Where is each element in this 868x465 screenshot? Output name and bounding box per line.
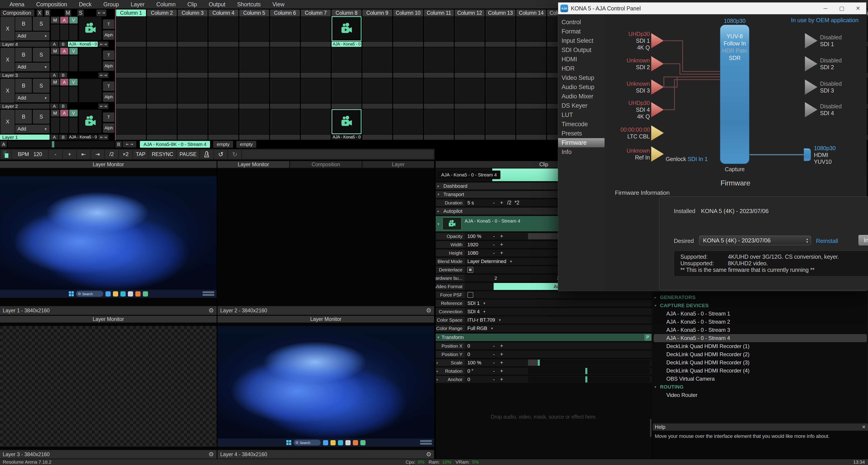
layer-video-toggle[interactable]: V bbox=[69, 79, 78, 86]
source-item[interactable]: AJA - Kona5 - 0 - Stream 2 bbox=[654, 318, 867, 326]
increment-button[interactable]: + bbox=[498, 376, 505, 383]
clip-slot[interactable] bbox=[516, 78, 546, 103]
monitor-tab[interactable]: Layer Monitor bbox=[0, 161, 217, 168]
layer-video-toggle[interactable]: V bbox=[69, 110, 78, 117]
layer-transition-button[interactable]: T bbox=[103, 81, 114, 91]
clip-slot-label[interactable] bbox=[516, 73, 546, 78]
decrement-button[interactable]: - bbox=[490, 360, 498, 366]
source-item[interactable]: Video Router bbox=[654, 391, 867, 399]
layer-clip-name[interactable]: AJA - Kona5 - 0 - St... bbox=[68, 135, 98, 140]
next-clip-icon[interactable]: ⇥ bbox=[104, 73, 106, 77]
layer-blend-dropdown[interactable]: Add▼ bbox=[15, 94, 50, 102]
clip-slot-label[interactable] bbox=[362, 42, 392, 47]
layer-active-clip-thumbnail[interactable] bbox=[79, 110, 102, 133]
clip-slot[interactable] bbox=[455, 47, 485, 72]
clip-slot[interactable] bbox=[116, 78, 146, 103]
sdi1-input-arrow-icon[interactable] bbox=[651, 33, 664, 48]
clip-slot[interactable] bbox=[209, 47, 238, 72]
aja-menu-lut[interactable]: LUT bbox=[558, 110, 604, 120]
clip-slot-label[interactable] bbox=[455, 135, 485, 140]
menu-item-view[interactable]: View bbox=[267, 0, 290, 9]
clip-slot-label[interactable]: AJA - Kona5 - 0 - St... bbox=[332, 42, 362, 47]
composition-solo-button[interactable]: S bbox=[78, 9, 84, 16]
clip-slot-label[interactable] bbox=[116, 42, 146, 47]
aja-menu-firmware[interactable]: Firmware bbox=[558, 138, 604, 147]
transform-slider[interactable] bbox=[528, 368, 650, 374]
layer-deck-a-button[interactable]: A bbox=[50, 73, 58, 78]
layer-blend-dropdown[interactable]: Add▼ bbox=[15, 125, 50, 133]
source-item[interactable]: AJA - Kona5 - 0 - Stream 3 bbox=[654, 326, 867, 334]
clip-slot[interactable] bbox=[393, 16, 423, 41]
gear-icon[interactable]: ⚙ bbox=[426, 307, 431, 314]
install-button[interactable]: Install... bbox=[858, 235, 868, 245]
source-item[interactable]: OBS Virtual Camera bbox=[654, 375, 867, 383]
clip-slot-label[interactable] bbox=[486, 42, 515, 47]
layer-deck-b-button[interactable]: B bbox=[59, 104, 67, 109]
layer-transition-button[interactable]: T bbox=[103, 51, 114, 60]
transport-button-tap[interactable]: TAP bbox=[133, 150, 148, 159]
clip-slot-label[interactable] bbox=[116, 135, 146, 140]
bpm-value[interactable]: 120 bbox=[33, 151, 42, 157]
source-item[interactable]: DeckLink Quad HDMI Recorder (3) bbox=[654, 359, 867, 367]
clip-name-chip[interactable]: AJA - Kona5 - 0 - Stream 4 bbox=[437, 170, 500, 179]
clip-slot-label[interactable] bbox=[270, 42, 300, 47]
menu-item-output[interactable]: Output bbox=[203, 0, 231, 9]
column-header[interactable]: Column 14 bbox=[516, 9, 546, 16]
property-dropdown[interactable]: Layer Determined▼ bbox=[465, 259, 513, 264]
aja-control-panel-window[interactable]: AJA KONA 5 - AJA Control Panel ─ ▢ ✕ Con… bbox=[558, 2, 866, 291]
layer-alpha-button[interactable]: Alph bbox=[103, 61, 114, 71]
menu-item-arena[interactable]: Arena bbox=[4, 0, 30, 9]
layer-name[interactable]: Layer 4 bbox=[0, 42, 50, 47]
sdi3-output-arrow-icon[interactable] bbox=[805, 79, 817, 95]
clip-slot[interactable] bbox=[270, 109, 300, 134]
transport-button-[interactable]: - bbox=[49, 150, 62, 159]
property-value[interactable]: 100 % bbox=[465, 233, 490, 239]
select-spinner-icon[interactable]: ▲▼ bbox=[806, 238, 808, 243]
property-dropdown[interactable]: SDI 1▼ bbox=[465, 300, 486, 306]
clip-slot[interactable] bbox=[301, 78, 331, 103]
layer-deck-a-button[interactable]: A bbox=[50, 42, 58, 47]
property-dropdown[interactable]: ITU-r BT.709▼ bbox=[465, 317, 501, 323]
transform-value[interactable]: 0 bbox=[465, 352, 490, 357]
transport-button-[interactable]: ⇥ bbox=[91, 150, 104, 159]
aja-menu-ds-keyer[interactable]: DS Keyer bbox=[558, 101, 604, 110]
sdi4-input-arrow-icon[interactable] bbox=[651, 102, 664, 118]
clip-slot[interactable] bbox=[486, 78, 515, 103]
next-clip-icon[interactable]: ⇥ bbox=[104, 135, 106, 139]
hdmi-connector-icon[interactable] bbox=[804, 148, 811, 161]
prev-clip-icon[interactable]: ⇤ bbox=[100, 73, 103, 77]
increment-button[interactable]: + bbox=[498, 351, 505, 357]
clip-slot-label[interactable] bbox=[486, 135, 515, 140]
clip-slot[interactable] bbox=[332, 78, 362, 103]
aja-title-bar[interactable]: AJA KONA 5 - AJA Control Panel ─ ▢ ✕ bbox=[558, 2, 866, 14]
clip-slot[interactable] bbox=[332, 109, 362, 134]
column-header[interactable]: Column 9 bbox=[362, 9, 392, 16]
property-dropdown[interactable]: SDI 4▼ bbox=[465, 309, 486, 314]
crossfader-b-button[interactable]: B bbox=[116, 141, 122, 147]
desired-firmware-select[interactable]: KONA 5 (4K) - 2023/07/06 ▲▼ bbox=[699, 236, 811, 245]
layer-video-toggle[interactable]: V bbox=[69, 48, 78, 55]
duration-plus-button[interactable]: + bbox=[498, 200, 505, 206]
column-header[interactable]: Column 1 bbox=[116, 9, 146, 16]
property-dropdown[interactable]: Full RGB▼ bbox=[465, 326, 493, 331]
prev-clip-icon[interactable]: ⇤ bbox=[100, 135, 103, 139]
section-transform[interactable]: ▾ Transform P bbox=[436, 334, 652, 341]
layer-solo-button[interactable]: S bbox=[33, 110, 50, 124]
collapse-arrow-icon[interactable]: ▸ bbox=[437, 377, 438, 381]
menu-item-column[interactable]: Column bbox=[151, 0, 181, 9]
column-header[interactable]: Column 8 bbox=[332, 9, 362, 16]
source-item[interactable]: AJA - Kona5 - 0 - Stream 1 bbox=[654, 310, 867, 318]
column-header[interactable]: Column 7 bbox=[301, 9, 331, 16]
clip-slot-label[interactable] bbox=[424, 104, 454, 109]
layer-video-toggle[interactable]: V bbox=[69, 17, 78, 24]
decrement-button[interactable]: - bbox=[490, 343, 498, 349]
layer-master-toggle[interactable]: M bbox=[51, 48, 59, 55]
layer-deck-b-button[interactable]: B bbox=[59, 42, 67, 47]
clip-slot-label[interactable] bbox=[393, 42, 423, 47]
source-item[interactable]: DeckLink Quad HDMI Recorder (2) bbox=[654, 350, 867, 359]
clip-slot-label[interactable] bbox=[332, 104, 362, 109]
duration-half-button[interactable]: /2 bbox=[505, 200, 513, 206]
menu-item-layer[interactable]: Layer bbox=[125, 0, 150, 9]
increment-button[interactable]: + bbox=[498, 241, 505, 248]
aja-menu-hdmi[interactable]: HDMI bbox=[558, 55, 604, 64]
